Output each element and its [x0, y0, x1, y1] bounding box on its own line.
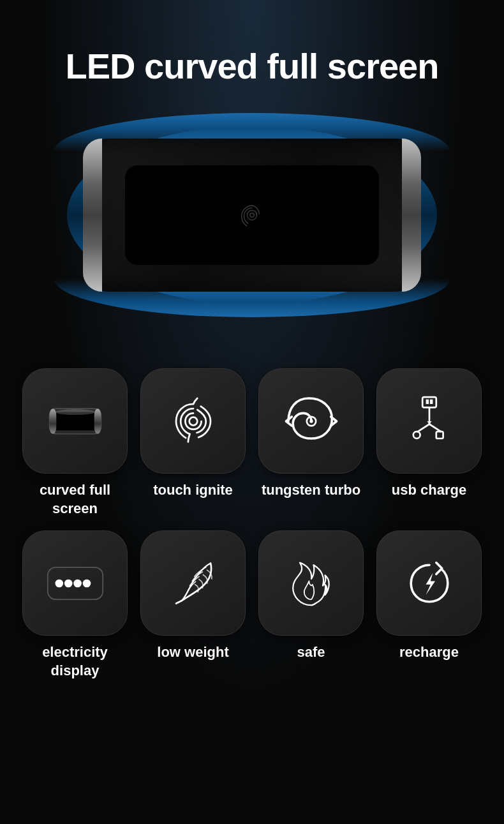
svg-rect-10	[426, 399, 429, 403]
device-screen	[125, 165, 379, 265]
feature-label-electricity: electricity display	[19, 643, 131, 680]
screen-fingerprint-icon	[236, 199, 268, 231]
svg-point-20	[73, 580, 82, 588]
feature-touch-ignite: touch ignite	[137, 368, 249, 518]
feature-recharge: recharge	[373, 530, 485, 680]
curved-screen-icon-box	[22, 368, 128, 474]
usb-icon-box	[376, 368, 482, 474]
feature-label-safe: safe	[297, 643, 325, 662]
device-body	[83, 139, 421, 292]
device-end-right	[402, 139, 421, 292]
dots-icon-box	[22, 530, 128, 636]
page-wrapper: LED curved full screen	[0, 0, 504, 824]
svg-rect-4	[49, 408, 56, 434]
fingerprint-icon	[165, 393, 222, 450]
svg-line-14	[429, 424, 441, 431]
svg-rect-11	[429, 399, 433, 403]
feature-curved-full-screen: curved full screen	[19, 368, 131, 518]
svg-point-3	[55, 409, 95, 415]
feature-label-tungsten: tungsten turbo	[262, 481, 360, 500]
main-title: LED curved full screen	[0, 45, 504, 87]
curved-screen-icon	[47, 393, 104, 450]
flame-icon	[283, 555, 340, 612]
turbo-icon-box	[258, 368, 364, 474]
svg-point-6	[189, 417, 197, 425]
svg-point-21	[82, 580, 91, 588]
recharge-icon	[401, 555, 458, 612]
svg-point-15	[413, 431, 420, 438]
device-section	[0, 100, 504, 356]
svg-point-19	[64, 580, 72, 588]
dots-icon	[47, 555, 104, 612]
usb-icon	[401, 393, 458, 450]
features-grid: curved full screen touch i	[19, 368, 485, 680]
feature-label-curved: curved full screen	[19, 481, 131, 518]
svg-rect-5	[94, 408, 101, 434]
feature-label-touch: touch ignite	[153, 481, 233, 500]
flame-icon-box	[258, 530, 364, 636]
fingerprint-icon-box	[140, 368, 246, 474]
feature-usb-charge: usb charge	[373, 368, 485, 518]
svg-rect-16	[436, 431, 443, 438]
feature-label-recharge: recharge	[399, 643, 459, 662]
feature-electricity-display: electricity display	[19, 530, 131, 680]
svg-point-0	[250, 213, 254, 217]
turbo-icon	[283, 393, 340, 450]
feature-low-weight: low weight	[137, 530, 249, 680]
feather-icon-box	[140, 530, 246, 636]
recharge-icon-box	[376, 530, 482, 636]
header-section: LED curved full screen	[0, 0, 504, 100]
svg-line-13	[418, 424, 429, 431]
svg-point-18	[55, 580, 63, 588]
features-section: curved full screen touch i	[0, 356, 504, 705]
feature-tungsten-turbo: tungsten turbo	[255, 368, 367, 518]
feature-safe: safe	[255, 530, 367, 680]
svg-point-8	[309, 419, 313, 423]
feather-icon	[165, 555, 222, 612]
svg-rect-9	[422, 397, 436, 407]
device-container	[48, 113, 456, 317]
feature-label-low-weight: low weight	[157, 643, 228, 662]
feature-label-usb: usb charge	[392, 481, 466, 500]
device-end-left	[83, 139, 102, 292]
